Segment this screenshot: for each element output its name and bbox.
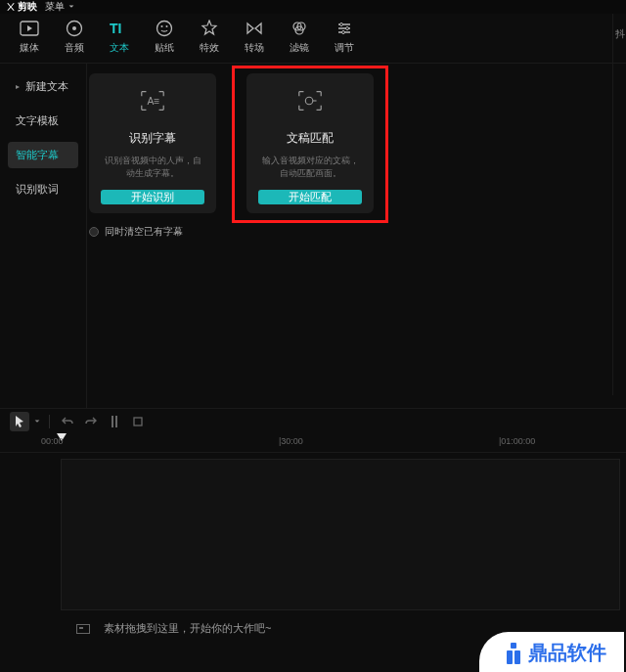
svg-rect-15 xyxy=(112,416,113,427)
card-recognize-subtitle-wrap: A≡ 识别字幕 识别音视频中的人声，自动生成字幕。 开始识别 xyxy=(89,73,216,213)
watermark: 鼎品软件 xyxy=(479,632,624,672)
clear-subtitle-label: 同时清空已有字幕 xyxy=(105,225,183,239)
nav-label: 转场 xyxy=(245,41,264,55)
card-recognize-subtitle: A≡ 识别字幕 识别音视频中的人声，自动生成字幕。 开始识别 xyxy=(89,73,216,213)
nav-label: 媒体 xyxy=(20,41,39,55)
clear-subtitle-radio[interactable] xyxy=(89,227,99,237)
sidebar-item-text-template[interactable]: 文字模板 xyxy=(8,108,78,134)
card-match-script-wrap: 文稿匹配 输入音视频对应的文稿，自动匹配画面。 开始匹配 xyxy=(232,66,388,223)
text-icon: TI xyxy=(110,20,129,37)
nav-transition[interactable]: 转场 xyxy=(241,20,268,55)
sidebar-item-recognize-lyrics[interactable]: 识别歌词 xyxy=(8,176,78,202)
nav-sticker[interactable]: 贴纸 xyxy=(151,20,178,55)
app-name: 剪映 xyxy=(18,0,37,14)
nav-filter[interactable]: 滤镜 xyxy=(286,20,313,55)
main-area: 新建文本 文字模板 智能字幕 识别歌词 A≡ 识别字幕 识别音视频中的人声，自动… xyxy=(0,64,626,408)
menu-label: 菜单 xyxy=(45,0,65,14)
sidebar-item-label: 文字模板 xyxy=(16,113,59,128)
sidebar-item-new-text[interactable]: 新建文本 xyxy=(8,73,78,100)
svg-point-11 xyxy=(346,27,349,30)
nav-label: 音频 xyxy=(65,41,84,55)
script-match-icon xyxy=(296,89,324,112)
svg-text:A≡: A≡ xyxy=(147,96,159,107)
chevron-down-icon[interactable] xyxy=(33,418,41,426)
media-icon xyxy=(20,20,39,37)
nav-label: 调节 xyxy=(335,41,354,55)
nav-label: 文本 xyxy=(110,41,129,55)
scissors-icon xyxy=(6,2,16,12)
sidebar: 新建文本 文字模板 智能字幕 识别歌词 xyxy=(0,64,86,408)
nav-media[interactable]: 媒体 xyxy=(16,20,43,55)
right-panel-strip: 抖 xyxy=(612,14,626,395)
filter-icon xyxy=(290,20,309,37)
sidebar-item-smart-subtitle[interactable]: 智能字幕 xyxy=(8,142,78,168)
card-desc: 输入音视频对应的文稿，自动匹配画面。 xyxy=(258,155,362,180)
start-recognize-button[interactable]: 开始识别 xyxy=(101,190,204,204)
card-desc: 识别音视频中的人声，自动生成字幕。 xyxy=(101,155,204,180)
nav-effects[interactable]: 特效 xyxy=(196,20,223,55)
nav-label: 特效 xyxy=(200,41,219,55)
card-match-script: 文稿匹配 输入音视频对应的文稿，自动匹配画面。 开始匹配 xyxy=(246,73,374,213)
drop-hint-text: 素材拖拽到这里，开始你的大作吧~ xyxy=(104,621,271,636)
top-nav: 媒体 音频 TI 文本 贴纸 特效 转场 滤镜 调节 xyxy=(0,14,626,64)
card-row: A≡ 识别字幕 识别音视频中的人声，自动生成字幕。 开始识别 文稿匹配 输入音视… xyxy=(89,73,616,213)
undo-button[interactable] xyxy=(58,412,77,431)
pointer-tool[interactable] xyxy=(10,412,29,431)
audio-icon xyxy=(65,20,84,37)
menu-button[interactable]: 菜单 xyxy=(45,0,75,14)
transition-icon xyxy=(245,20,264,37)
nav-text[interactable]: TI 文本 xyxy=(106,20,133,55)
timeline-toolbar xyxy=(0,408,626,433)
nav-label: 贴纸 xyxy=(155,41,174,55)
chevron-down-icon xyxy=(67,3,75,11)
svg-rect-16 xyxy=(115,416,117,427)
placeholder-icon xyxy=(76,624,90,634)
redo-button[interactable] xyxy=(81,412,101,431)
svg-point-12 xyxy=(342,31,345,34)
title-bar: 剪映 菜单 xyxy=(0,0,626,14)
split-button[interactable] xyxy=(105,412,124,431)
nav-audio[interactable]: 音频 xyxy=(61,20,88,55)
content-panel: A≡ 识别字幕 识别音视频中的人声，自动生成字幕。 开始识别 文稿匹配 输入音视… xyxy=(86,64,626,408)
card-title: 识别字幕 xyxy=(129,130,176,147)
svg-point-10 xyxy=(340,23,343,26)
svg-point-14 xyxy=(305,97,312,104)
effects-icon xyxy=(200,20,219,37)
svg-point-4 xyxy=(157,22,172,36)
right-strip-glyph: 抖 xyxy=(615,27,625,41)
svg-text:TI: TI xyxy=(110,21,121,36)
svg-point-2 xyxy=(72,26,76,30)
ruler-mark: |30:00 xyxy=(279,436,303,446)
watermark-icon xyxy=(507,643,520,664)
delete-button[interactable] xyxy=(128,412,148,431)
drop-hint: 素材拖拽到这里，开始你的大作吧~ xyxy=(76,621,271,636)
separator xyxy=(49,415,50,428)
adjust-icon xyxy=(335,20,354,37)
watermark-text: 鼎品软件 xyxy=(528,640,606,666)
sidebar-item-label: 智能字幕 xyxy=(16,148,59,162)
start-match-button[interactable]: 开始匹配 xyxy=(258,190,362,204)
nav-label: 滤镜 xyxy=(290,41,309,55)
svg-point-6 xyxy=(166,25,168,27)
app-logo: 剪映 xyxy=(6,0,37,14)
nav-adjust[interactable]: 调节 xyxy=(331,20,358,55)
sidebar-item-label: 识别歌词 xyxy=(16,182,59,197)
svg-point-5 xyxy=(161,25,163,27)
clear-subtitle-row[interactable]: 同时清空已有字幕 xyxy=(89,225,616,239)
subtitle-frame-icon: A≡ xyxy=(139,89,166,112)
ruler-mark: |01:00:00 xyxy=(499,436,535,446)
svg-rect-17 xyxy=(134,418,142,426)
track-drop-area[interactable] xyxy=(61,459,620,610)
card-title: 文稿匹配 xyxy=(287,130,334,147)
timeline-ruler[interactable]: 00:00 |30:00 |01:00:00 xyxy=(0,433,626,453)
sidebar-item-label: 新建文本 xyxy=(25,79,68,94)
ruler-mark: 00:00 xyxy=(41,436,64,446)
sticker-icon xyxy=(155,20,174,37)
